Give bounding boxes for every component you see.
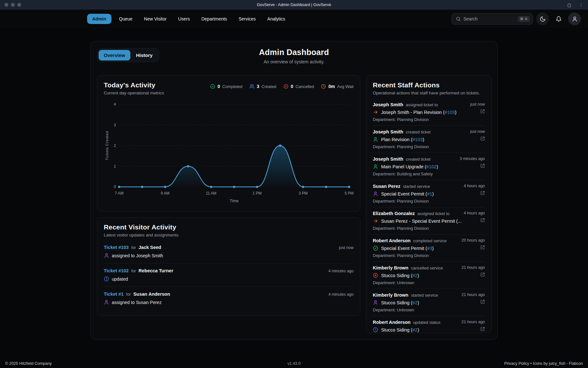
svg-text:2: 2 <box>114 143 116 148</box>
visitor-name: Rebecca Turner <box>139 268 174 273</box>
tab-overview[interactable]: Overview <box>99 50 130 60</box>
svg-text:Time: Time <box>230 199 238 203</box>
todays-activity-title: Today's Activity <box>104 81 164 89</box>
recent-visitor-activity-card: Recent Visitor Activity Latest visitor u… <box>97 217 360 316</box>
staff-department: Department: Unknown <box>373 308 461 312</box>
user-icon <box>373 137 378 142</box>
ticket-link[interactable]: Ticket #1 <box>104 292 124 297</box>
staff-action-label: started service <box>411 293 438 298</box>
external-link-icon[interactable] <box>480 136 485 141</box>
staff-time: just now <box>470 102 485 107</box>
staff-action-label: started service <box>403 184 430 189</box>
ticket-link[interactable]: Ticket #102 <box>104 268 129 273</box>
staff-action-row: Kimberly Browncancelled serviceStucco Si… <box>373 261 485 289</box>
ticket-id-link[interactable]: #103 <box>445 110 455 115</box>
extensions-icon[interactable] <box>567 2 572 8</box>
tab-history[interactable]: History <box>131 50 158 60</box>
nav-item-departments[interactable]: Departments <box>198 14 231 24</box>
stat-avg-wait: 0mAvg Wait <box>321 84 354 89</box>
external-link-icon[interactable] <box>480 300 485 304</box>
user-icon <box>373 191 378 196</box>
user-icon <box>104 300 109 305</box>
ticket-id-link[interactable]: #2 <box>412 300 418 305</box>
external-link-icon[interactable] <box>480 191 485 195</box>
svg-text:3: 3 <box>114 123 116 127</box>
window-close-button[interactable] <box>4 3 8 7</box>
privacy-policy-link[interactable]: Privacy Policy <box>504 361 529 366</box>
nav-item-users[interactable]: Users <box>174 14 194 24</box>
visitor-action: assigned to Joseph Smith <box>112 253 163 258</box>
nav-item-services[interactable]: Services <box>235 14 260 24</box>
nav-item-queue[interactable]: Queue <box>115 14 136 24</box>
staff-department: Department: Planning Division <box>373 226 464 231</box>
window-controls[interactable] <box>4 3 21 7</box>
external-link-icon[interactable] <box>480 218 485 222</box>
staff-department: Department: Planning Division <box>373 199 464 204</box>
visitor-activity-list: Ticket #103forJack Seedjust nowassigned … <box>104 240 354 310</box>
staff-actions-title: Recent Staff Actions <box>373 81 485 89</box>
staff-actions-list: Joseph Smithassigned ticket toJoseph Smi… <box>373 99 485 333</box>
dashboard-container: OverviewHistory Admin Dashboard An overv… <box>90 41 498 340</box>
staff-ticket-title: Stucco Siding (#2) <box>381 327 419 332</box>
ticket-id-link[interactable]: #1 <box>427 191 432 196</box>
svg-text:4: 4 <box>114 102 116 107</box>
staff-ticket-title: Susan Perez - Special Event Permit (... <box>381 219 461 224</box>
window-maximize-button[interactable] <box>17 3 21 7</box>
footer-credits: • Icons by juicy_fish - Flaticon <box>529 361 583 366</box>
theme-toggle-button[interactable] <box>536 12 549 25</box>
ticket-id-link[interactable]: #103 <box>412 137 423 142</box>
recent-staff-actions-card: Recent Staff Actions Operational actions… <box>366 75 492 333</box>
staff-name: Joseph Smith <box>373 129 403 134</box>
staff-action-label: completed service <box>413 238 447 243</box>
external-link-icon[interactable] <box>480 109 485 114</box>
external-link-icon[interactable] <box>480 327 485 331</box>
staff-action-label: assigned ticket to <box>406 102 438 107</box>
staff-ticket-title: Special Event Permit (#1) <box>381 191 434 196</box>
arrow-right-icon <box>373 109 378 115</box>
profile-button[interactable] <box>568 12 581 25</box>
svg-text:3 PM: 3 PM <box>298 191 307 196</box>
staff-name: Kimberly Brown <box>373 265 408 270</box>
staff-action-row: Elizabeth Gonzalezassigned ticket toSusa… <box>373 207 485 234</box>
staff-action-label: created ticket <box>406 130 430 134</box>
external-link-icon[interactable] <box>480 245 485 250</box>
check-circle-icon <box>210 84 215 89</box>
svg-text:Tickets Created: Tickets Created <box>105 131 109 160</box>
nav-item-new-visitor[interactable]: New Visitor <box>140 14 171 24</box>
ticket-id-link[interactable]: #2 <box>412 273 418 278</box>
visitor-name: Susan Anderson <box>133 292 170 297</box>
nav-item-admin[interactable]: Admin <box>87 14 111 24</box>
staff-name: Susan Perez <box>373 184 400 189</box>
notifications-button[interactable] <box>552 12 565 25</box>
staff-time: 4 hours ago <box>464 211 485 215</box>
visitor-row: Ticket #103forJack Seedjust nowassigned … <box>104 240 354 263</box>
svg-text:1: 1 <box>114 164 116 169</box>
visitor-row: Ticket #1forSusan Anderson4 minutes agoa… <box>104 286 354 310</box>
window-minimize-button[interactable] <box>11 3 15 7</box>
bell-icon <box>556 16 562 22</box>
nav-item-analytics[interactable]: Analytics <box>264 14 289 24</box>
visitor-row: Ticket #102forRebecca Turner4 minutes ag… <box>104 263 354 286</box>
staff-name: Robert Anderson <box>373 238 411 243</box>
app-footer: © 2025 Hitzfield Company v1.43.0 Privacy… <box>0 359 588 368</box>
external-link-icon[interactable] <box>480 272 485 277</box>
arrow-right-icon <box>373 218 378 224</box>
todays-activity-subtitle: Current day operational metrics <box>104 91 164 95</box>
external-link-icon[interactable] <box>480 164 485 168</box>
moon-icon <box>540 16 546 22</box>
ticket-link[interactable]: Ticket #103 <box>104 245 129 250</box>
ticket-id-link[interactable]: #102 <box>426 164 437 169</box>
x-circle-icon <box>283 84 289 89</box>
users-icon <box>249 84 255 89</box>
staff-time: 21 hours ago <box>461 265 485 270</box>
staff-department: Department: Planning Division <box>373 253 461 258</box>
visitor-action: updated <box>112 276 128 282</box>
search-box[interactable]: ⌘ K <box>452 13 533 25</box>
window-menu-icon[interactable] <box>579 3 584 7</box>
window-titlebar: GovServe - Admin Dashboard | GovServe <box>0 0 588 10</box>
staff-time: 20 hours ago <box>461 238 485 243</box>
staff-action-row: Robert Andersoncompleted serviceSpecial … <box>373 234 485 261</box>
ticket-id-link[interactable]: #3 <box>427 246 432 251</box>
ticket-id-link[interactable]: #2 <box>412 327 418 332</box>
search-input[interactable] <box>463 16 515 21</box>
